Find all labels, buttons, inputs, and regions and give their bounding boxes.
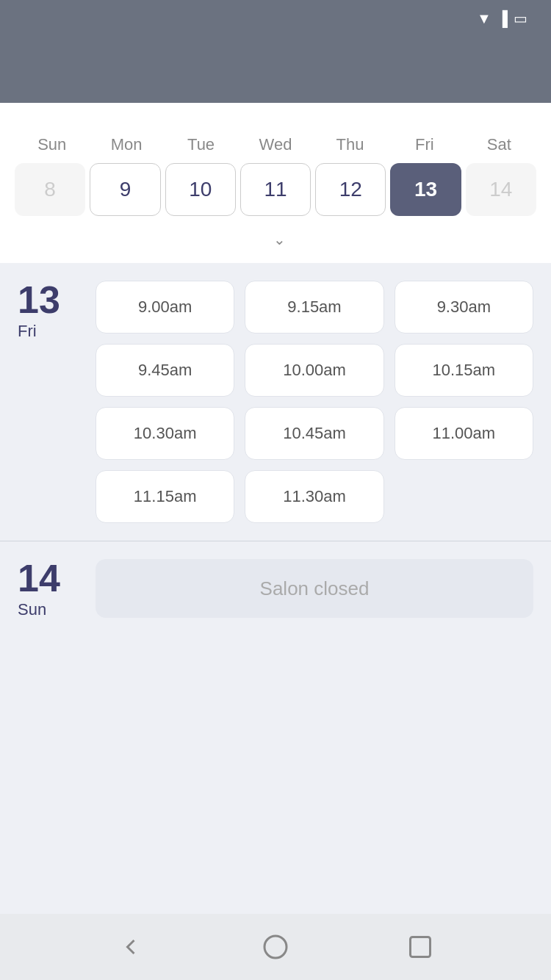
time-slot-930am[interactable]: 9.30am <box>395 281 533 334</box>
time-slot-1100am[interactable]: 11.00am <box>395 407 533 460</box>
week-row: 891011121314 <box>15 163 536 216</box>
day-header-fri: Fri <box>387 135 461 154</box>
time-slot-1000am[interactable]: 10.00am <box>245 344 383 397</box>
day-header-tue: Tue <box>164 135 238 154</box>
day-cell-8[interactable]: 8 <box>15 163 85 216</box>
day-name-13: Fri <box>18 322 84 341</box>
nav-home-button[interactable] <box>261 932 290 962</box>
day-cell-11[interactable]: 11 <box>240 163 311 216</box>
chevron-down-icon: ⌄ <box>273 231 286 248</box>
battery-icon: ▭ <box>514 10 527 27</box>
svg-rect-1 <box>410 937 430 957</box>
time-section: 13Fri9.00am9.15am9.30am9.45am10.00am10.1… <box>0 263 551 914</box>
nav-bar <box>0 914 551 980</box>
day-cell-10[interactable]: 10 <box>165 163 236 216</box>
nav-apps-button[interactable] <box>406 932 435 962</box>
day-header-sun: Sun <box>15 135 89 154</box>
day-block-14: 14SunSalon closed <box>0 541 551 637</box>
month-view-toggle[interactable]: ⌄ <box>15 225 536 251</box>
day-cell-13[interactable]: 13 <box>390 163 461 216</box>
day-headers: SunMonTueWedThuFriSat <box>15 135 536 154</box>
time-slot-1015am[interactable]: 10.15am <box>395 344 533 397</box>
day-block-13: 13Fri9.00am9.15am9.30am9.45am10.00am10.1… <box>0 263 551 541</box>
time-slots-grid-13: 9.00am9.15am9.30am9.45am10.00am10.15am10… <box>96 281 533 523</box>
day-number-label-14: 14Sun <box>18 559 84 619</box>
calendar-section: SunMonTueWedThuFriSat 891011121314 ⌄ <box>0 103 551 263</box>
time-slot-915am[interactable]: 9.15am <box>245 281 383 334</box>
app-header <box>0 37 551 103</box>
day-cell-9[interactable]: 9 <box>90 163 160 216</box>
time-slot-1130am[interactable]: 11.30am <box>245 470 383 523</box>
day-name-14: Sun <box>18 600 84 619</box>
day-number-14: 14 <box>18 559 84 597</box>
time-slot-1030am[interactable]: 10.30am <box>96 407 234 460</box>
time-slot-1045am[interactable]: 10.45am <box>245 407 383 460</box>
status-icons: ▼ ▐ ▭ <box>477 10 533 27</box>
time-slot-945am[interactable]: 9.45am <box>96 344 234 397</box>
day-header-thu: Thu <box>313 135 387 154</box>
day-cell-12[interactable]: 12 <box>315 163 386 216</box>
day-header-sat: Sat <box>462 135 536 154</box>
wifi-icon: ▼ <box>477 10 491 27</box>
day-cell-14[interactable]: 14 <box>466 163 536 216</box>
svg-point-0 <box>264 936 287 958</box>
time-slot-900am[interactable]: 9.00am <box>96 281 234 334</box>
salon-closed-message: Salon closed <box>96 559 533 618</box>
time-slot-1115am[interactable]: 11.15am <box>96 470 234 523</box>
day-header-wed: Wed <box>238 135 312 154</box>
day-number-13: 13 <box>18 281 84 319</box>
day-header-mon: Mon <box>89 135 163 154</box>
day-number-label-13: 13Fri <box>18 281 84 341</box>
signal-icon: ▐ <box>497 10 508 27</box>
status-bar: ▼ ▐ ▭ <box>0 0 551 37</box>
nav-back-button[interactable] <box>116 932 145 962</box>
